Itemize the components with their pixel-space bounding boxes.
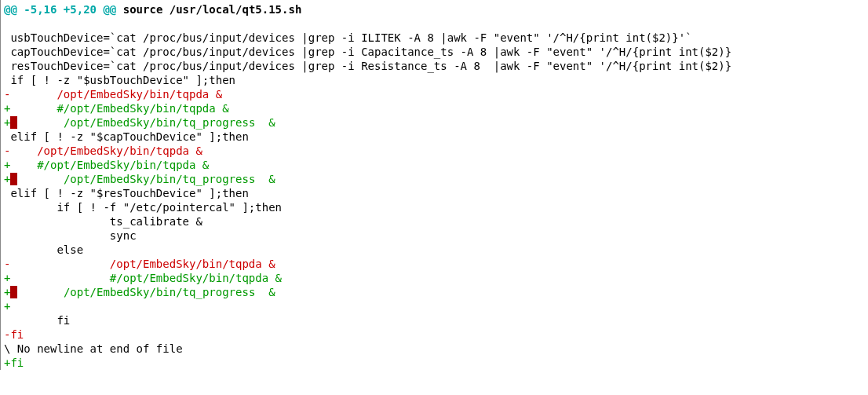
diff-line (4, 16, 868, 31)
hunk-at-close: @@ (97, 3, 116, 16)
diff-line: sync (4, 229, 868, 243)
diff-viewport: @@ -5,16 +5,20 @@ source /usr/local/qt5.… (0, 0, 868, 370)
diff-line-added: + /opt/EmbedSky/bin/tq_progress & (4, 172, 868, 186)
diff-line-added: + #/opt/EmbedSky/bin/tqpda & (4, 101, 868, 115)
diff-line: ts_calibrate & (4, 214, 868, 229)
diff-line: elif [ ! -z "$resTouchDevice" ];then (4, 186, 868, 200)
diff-line: else (4, 243, 868, 257)
diff-line-removed: -fi (4, 327, 868, 342)
diff-line-removed: - /opt/EmbedSky/bin/tqpda & (4, 257, 868, 271)
diff-line: if [ ! -f "/etc/pointercal" ];then (4, 200, 868, 214)
diff-line: capTouchDevice=`cat /proc/bus/input/devi… (4, 45, 868, 59)
trailing-ws (10, 116, 16, 129)
no-newline-marker: \ No newline at end of file (4, 342, 868, 356)
trailing-ws (10, 173, 16, 185)
diff-line-added: +fi (4, 356, 868, 370)
diff-line: fi (4, 313, 868, 327)
add-body: /opt/EmbedSky/bin/tq_progress & (17, 286, 275, 298)
add-body: /opt/EmbedSky/bin/tq_progress & (17, 116, 275, 129)
hunk-range: -5,16 +5,20 (24, 3, 97, 16)
diff-line: if [ ! -z "$usbTouchDevice" ];then (4, 73, 868, 87)
hunk-header: @@ -5,16 +5,20 @@ source /usr/local/qt5.… (4, 2, 868, 16)
diff-line-added: + (4, 299, 868, 313)
diff-line-added: + /opt/EmbedSky/bin/tq_progress & (4, 285, 868, 299)
diff-line: resTouchDevice=`cat /proc/bus/input/devi… (4, 59, 868, 73)
hunk-file: source /usr/local/qt5.15.sh (116, 3, 301, 16)
diff-line-removed: - /opt/EmbedSky/bin/tqpda & (4, 144, 868, 158)
diff-line: usbTouchDevice=`cat /proc/bus/input/devi… (4, 31, 868, 45)
hunk-at-open: @@ (4, 3, 24, 16)
trailing-ws (10, 286, 16, 298)
diff-line: elif [ ! -z "$capTouchDevice" ];then (4, 130, 868, 144)
diff-line-added: + #/opt/EmbedSky/bin/tqpda & (4, 271, 868, 285)
diff-line-removed: - /opt/EmbedSky/bin/tqpda & (4, 87, 868, 101)
add-body: /opt/EmbedSky/bin/tq_progress & (17, 173, 275, 185)
diff-line-added: + #/opt/EmbedSky/bin/tqpda & (4, 158, 868, 172)
diff-line-added: + /opt/EmbedSky/bin/tq_progress & (4, 115, 868, 130)
